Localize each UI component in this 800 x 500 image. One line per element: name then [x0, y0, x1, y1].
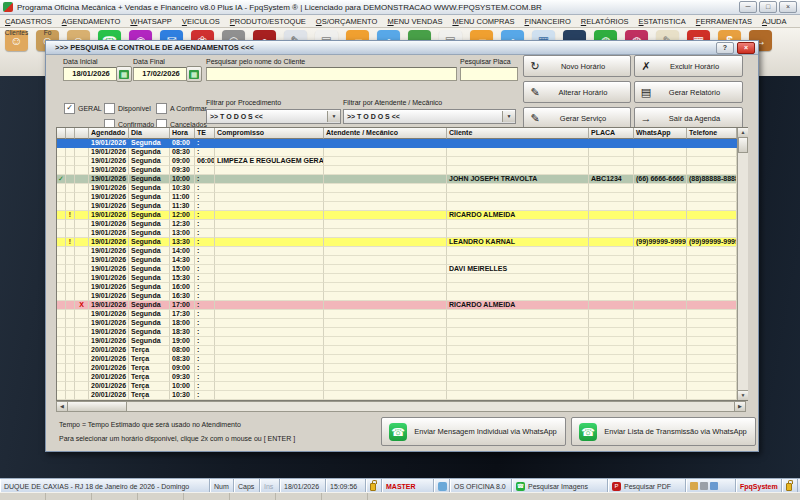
menu-item-0[interactable]: CADASTROS [0, 17, 57, 26]
cell-m1 [57, 310, 66, 319]
menu-item-12[interactable]: AJUDA [757, 17, 792, 26]
scroll-left-button[interactable]: ◀ [57, 402, 68, 411]
sair-agenda-button[interactable]: → Sair da Agenda [634, 107, 743, 129]
filtro-procedimento-dropdown[interactable]: >> T O D O S << ▼ [206, 109, 341, 124]
table-row[interactable]: !19/01/2026Segunda12:00:RICARDO ALMEIDA [57, 211, 737, 220]
menu-item-10[interactable]: ESTATISTICA [634, 17, 691, 26]
cell-atend [324, 382, 447, 391]
scroll-right-button[interactable]: ▶ [734, 402, 745, 411]
dialog-help-button[interactable]: ? [716, 42, 734, 54]
menu-item-5[interactable]: OS/ORÇAMENTO [311, 17, 383, 26]
menu-item-9[interactable]: RELATÓRIOS [576, 17, 634, 26]
vertical-scrollbar[interactable]: ▲ ▼ [737, 128, 748, 400]
menu-item-7[interactable]: MENU COMPRAS [447, 17, 519, 26]
pesquisar-placa-input[interactable] [460, 67, 518, 81]
menu-item-6[interactable]: MENU VENDAS [382, 17, 447, 26]
cell-te: : [195, 175, 215, 184]
table-row[interactable]: 20/01/2026Terça08:00: [57, 346, 737, 355]
checkbox-geral[interactable]: ✓ GERAL [64, 103, 102, 114]
filtro-atendente-dropdown[interactable]: >> T O D O S << ▼ [343, 109, 516, 124]
table-row[interactable]: 19/01/2026Segunda08:00: [57, 139, 737, 148]
table-row[interactable]: 19/01/2026Segunda13:00: [57, 229, 737, 238]
cell-date: 20/01/2026 [89, 373, 129, 382]
pesquisar-cliente-input[interactable] [206, 67, 457, 81]
table-row[interactable]: 19/01/2026Segunda15:30: [57, 274, 737, 283]
table-row[interactable]: 19/01/2026Segunda18:30: [57, 328, 737, 337]
menu-item-3[interactable]: VEICULOS [177, 17, 225, 26]
table-row[interactable]: 19/01/2026Segunda10:30: [57, 184, 737, 193]
table-row[interactable]: 19/01/2026Segunda16:30: [57, 292, 737, 301]
clientes-tool[interactable]: ☺Clientes [1, 28, 32, 76]
excluir-horario-button[interactable]: ✗ Excluir Horário [634, 55, 743, 77]
table-row[interactable]: 19/01/2026Segunda14:00: [57, 247, 737, 256]
menu-item-11[interactable]: FERRAMENTAS [691, 17, 757, 26]
table-row[interactable]: 19/01/2026Segunda11:30: [57, 202, 737, 211]
horizontal-scrollbar[interactable]: ◀ ▶ [56, 401, 746, 412]
menu-item-1[interactable]: AGENDAMENTO [57, 17, 126, 26]
checkbox-disponivel[interactable]: Disponível [104, 103, 151, 114]
status-pesquisar-imagens[interactable]: ☎Pesquisar Imagens [512, 479, 608, 493]
table-row[interactable]: 19/01/2026Segunda16:00: [57, 283, 737, 292]
status-pesquisar-pdf[interactable]: PPesquisar PDF [608, 479, 686, 493]
cell-atend [324, 283, 447, 292]
cell-comp [215, 346, 324, 355]
taskbar-slot [138, 493, 184, 500]
table-row[interactable]: 19/01/2026Segunda08:30: [57, 148, 737, 157]
menu-item-4[interactable]: PRODUTO/ESTOQUE [225, 17, 311, 26]
gerar-relatorio-button[interactable]: ▤ Gerar Relatório [634, 81, 743, 103]
chevron-down-icon[interactable]: ▼ [327, 111, 340, 122]
column-header-m1 [57, 128, 66, 139]
column-header-hora: Hora [170, 128, 195, 139]
cell-cliente: DAVI MEIRELLES [447, 265, 589, 274]
cell-day: Segunda [129, 193, 170, 202]
novo-horario-button[interactable]: ↻ Novo Horário [523, 55, 631, 77]
data-inicial-calendar-button[interactable]: ▦ [116, 66, 132, 82]
cell-tel [687, 310, 737, 319]
minimize-button[interactable]: ─ [739, 1, 757, 13]
table-row[interactable]: 19/01/2026Segunda15:00:DAVI MEIRELLES [57, 265, 737, 274]
cell-hora: 08:00 [170, 139, 195, 148]
agendamentos-dialog: >>> PESQUISA E CONTROLE DE AGENDAMENTOS … [45, 40, 759, 452]
menu-item-8[interactable]: FINANCEIRO [519, 17, 575, 26]
table-row[interactable]: 20/01/2026Terça09:00: [57, 364, 737, 373]
cell-hora: 10:00 [170, 175, 195, 184]
table-row[interactable]: 20/01/2026Terça09:30: [57, 373, 737, 382]
table-row[interactable]: 19/01/2026Segunda12:30: [57, 220, 737, 229]
data-final-calendar-button[interactable]: ▦ [186, 66, 202, 82]
cell-day: Segunda [129, 337, 170, 346]
table-row[interactable]: X19/01/2026Segunda17:00:RICARDO ALMEIDA [57, 301, 737, 310]
table-row[interactable]: 19/01/2026Segunda09:0006:00LIMPEZA E REG… [57, 157, 737, 166]
menu-item-2[interactable]: WHATSAPP [125, 17, 177, 26]
maximize-button[interactable]: □ [759, 1, 777, 13]
table-row[interactable]: 19/01/2026Segunda18:00: [57, 319, 737, 328]
table-row[interactable]: ✓19/01/2026Segunda10:00:JOHN JOSEPH TRAV… [57, 175, 737, 184]
cell-atend [324, 355, 447, 364]
cell-wa [634, 292, 687, 301]
cell-cliente [447, 148, 589, 157]
table-row[interactable]: 20/01/2026Terça10:30: [57, 391, 737, 400]
dialog-close-button[interactable]: × [737, 42, 755, 54]
checkbox-a-confirmar[interactable]: A Confirmar [156, 103, 207, 114]
horizontal-scroll-thumb[interactable] [68, 402, 127, 411]
data-final-input[interactable]: 17/02/2026 [133, 67, 187, 81]
dialog-titlebar[interactable]: >>> PESQUISA E CONTROLE DE AGENDAMENTOS … [46, 41, 758, 55]
table-row[interactable]: 19/01/2026Segunda11:00: [57, 193, 737, 202]
table-row[interactable]: 19/01/2026Segunda14:30: [57, 256, 737, 265]
cell-date: 19/01/2026 [89, 184, 129, 193]
alterar-horario-button[interactable]: ✎ Alterar Horário [523, 81, 631, 103]
cell-placa [589, 211, 634, 220]
vertical-scroll-thumb[interactable] [738, 137, 748, 153]
table-row[interactable]: 19/01/2026Segunda19:00: [57, 337, 737, 346]
enviar-lista-transmissao-button[interactable]: ☎ Enviar Lista de Transmissão via WhatsA… [571, 417, 756, 446]
chevron-down-icon[interactable]: ▼ [502, 111, 515, 122]
data-inicial-input[interactable]: 18/01/2026 [63, 67, 117, 81]
gerar-servico-button[interactable]: ✎ Gerar Serviço [523, 107, 631, 129]
enviar-mensagem-individual-button[interactable]: ☎ Enviar Mensagem Individual via WhatsAp… [381, 417, 566, 446]
scroll-down-button[interactable]: ▼ [738, 390, 748, 400]
table-row[interactable]: 19/01/2026Segunda09:30: [57, 166, 737, 175]
close-button[interactable]: × [779, 1, 797, 13]
table-row[interactable]: 19/01/2026Segunda17:30: [57, 310, 737, 319]
table-row[interactable]: 20/01/2026Terça08:30: [57, 355, 737, 364]
table-row[interactable]: 20/01/2026Terça10:00: [57, 382, 737, 391]
table-row[interactable]: !19/01/2026Segunda13:30:LEANDRO KARNAL(9… [57, 238, 737, 247]
